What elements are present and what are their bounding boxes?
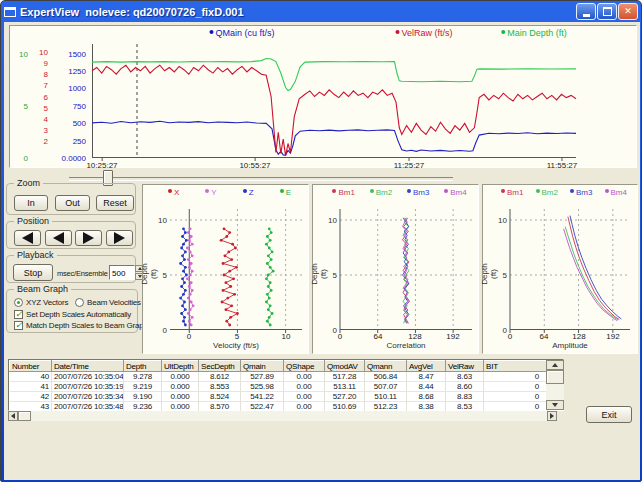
rate-spinbox[interactable]: 500 <box>109 265 135 280</box>
series-VelRaw <box>92 65 576 156</box>
legend-item-Y: Y <box>205 188 216 197</box>
legend-item-QMain: QMain (cu ft/s) <box>209 28 274 38</box>
ensemble-table: NumberDate/TimeDepthUltDepthSecDepthQmai… <box>9 360 548 412</box>
table-cell: 527.89 <box>241 372 284 382</box>
playback-group-label: Playback <box>14 250 57 261</box>
table-cell: 40 <box>10 372 52 382</box>
series-Bm3 <box>570 216 621 319</box>
y-axis-title: Depth (ft) <box>310 259 328 289</box>
checkbox-match-depth-scales[interactable]: Match Depth Scales to Beam Graph <box>14 321 148 330</box>
scroll-up-button[interactable] <box>546 360 564 370</box>
y-axis-tick-label: 10 <box>151 216 167 225</box>
restore-button[interactable] <box>597 3 617 20</box>
restore-icon <box>603 7 612 16</box>
table-cell: 0.00 <box>284 392 325 402</box>
x-axis-tick-label: 192 <box>595 332 631 341</box>
series-MainDepth <box>92 59 576 91</box>
minimize-button[interactable] <box>576 3 596 20</box>
beam-graph-group: Beam Graph XYZ Vectors Beam Velocities S… <box>6 289 138 333</box>
scroll-right-button[interactable] <box>547 411 557 421</box>
legend-item-Main: Main Depth (ft) <box>501 28 567 38</box>
y-axis-tick-label: 4 <box>32 115 48 124</box>
radio-xyz-vectors[interactable]: XYZ Vectors <box>14 298 68 307</box>
table-row[interactable]: 432007/07/26 10:35:489.2360.0008.570522.… <box>10 402 548 412</box>
main-chart-panel[interactable]: 10:25:2710:55:2711:25:2711:55:2710501098… <box>9 25 637 168</box>
legend-item-Z: Z <box>243 188 254 197</box>
y-axis-tick-label: 500 <box>52 119 86 128</box>
checkbox-icon <box>14 310 23 319</box>
main-plot[interactable] <box>92 44 576 158</box>
time-slider[interactable] <box>69 173 453 183</box>
zoom-out-button[interactable]: Out <box>55 195 90 211</box>
table-cell: 0.00 <box>284 382 325 392</box>
zoom-in-button[interactable]: In <box>14 195 48 211</box>
table-cell: 8.63 <box>446 372 484 382</box>
table-row[interactable]: 422007/07/26 10:35:349.1900.0008.524541.… <box>10 392 548 402</box>
table-cell: 507.07 <box>365 382 407 392</box>
table-cell: 510.11 <box>365 392 407 402</box>
correlation-chart-panel: 0641281921050CorrelationDepth (ft)Bm1Bm2… <box>312 184 479 354</box>
series-Bm2 <box>565 227 618 321</box>
vscroll-thumb[interactable] <box>546 370 564 384</box>
step-forward-button[interactable] <box>75 230 102 246</box>
table-vscrollbar[interactable] <box>546 360 564 410</box>
legend-bullet-icon <box>370 189 374 193</box>
hscroll-thumb[interactable] <box>18 411 31 421</box>
time-slider-track <box>69 177 453 181</box>
column-header: Qmain <box>241 361 284 372</box>
table-cell: 0 <box>484 392 548 402</box>
step-last-icon <box>114 232 125 244</box>
legend-label: Main Depth (ft) <box>507 28 567 38</box>
table-cell: 0 <box>484 402 548 412</box>
checkbox-set-depth-scales[interactable]: Set Depth Scales Automatically <box>14 310 131 319</box>
step-first-button[interactable] <box>14 230 41 246</box>
step-back-button[interactable] <box>45 230 72 246</box>
scroll-left-button[interactable] <box>8 411 18 421</box>
position-group-label: Position <box>14 216 52 227</box>
y-axis-tick-label: 10 <box>12 50 28 59</box>
legend-bullet-icon <box>243 189 247 193</box>
legend-bullet-icon <box>570 189 574 193</box>
table-row[interactable]: 412007/07/26 10:35:199.2190.0008.553525.… <box>10 382 548 392</box>
legend-bullet-icon <box>444 189 448 193</box>
close-button[interactable]: ✕ <box>618 3 638 20</box>
column-header: Date/Time <box>52 361 124 372</box>
series-QMain <box>92 121 576 155</box>
step-last-button[interactable] <box>106 230 133 246</box>
exit-button[interactable]: Exit <box>586 406 632 423</box>
table-cell: 8.60 <box>446 382 484 392</box>
ensemble-table-wrapper: NumberDate/TimeDepthUltDepthSecDepthQmai… <box>8 359 564 411</box>
legend-item-Bm4: Bm4 <box>605 188 627 197</box>
step-forward-icon <box>83 232 94 244</box>
table-header-row: NumberDate/TimeDepthUltDepthSecDepthQmai… <box>10 361 548 372</box>
table-cell: 0.000 <box>162 402 199 412</box>
x-axis-title: Velocity (ft/s) <box>170 341 302 350</box>
zoom-reset-button[interactable]: Reset <box>96 195 134 211</box>
scroll-up-icon <box>552 363 558 367</box>
table-cell: 527.20 <box>325 392 365 402</box>
column-header: AvgVel <box>407 361 446 372</box>
titlebar[interactable]: ExpertView nolevee: qd20070726_fixD.001 … <box>1 1 641 22</box>
table-cell: 8.38 <box>407 402 446 412</box>
table-hscrollbar[interactable] <box>8 411 557 421</box>
window-title: ExpertView nolevee: qd20070726_fixD.001 <box>20 6 575 18</box>
zoom-group-label: Zoom <box>14 178 43 189</box>
y-axis-tick-label: 0.0000 <box>52 154 86 163</box>
legend-bullet-icon <box>536 189 540 193</box>
table-cell: 517.28 <box>325 372 365 382</box>
legend-bullet-icon <box>205 189 209 193</box>
legend-item-Bm3: Bm3 <box>570 188 592 197</box>
table-cell: 0.000 <box>162 382 199 392</box>
y-axis-tick-label: 7 <box>32 81 48 90</box>
radio-beam-velocities[interactable]: Beam Velocities <box>75 298 141 307</box>
x-axis-tick-label: 64 <box>526 332 562 341</box>
column-header: Qmann <box>365 361 407 372</box>
table-row[interactable]: 402007/07/26 10:35:049.2780.0008.612527.… <box>10 372 548 382</box>
stop-button[interactable]: Stop <box>13 264 53 281</box>
y-axis-tick-label: 10 <box>491 216 507 225</box>
y-axis-title: Depth (ft) <box>140 259 158 289</box>
scroll-down-button[interactable] <box>546 400 564 410</box>
table-cell: 512.23 <box>365 402 407 412</box>
column-header: UltDepth <box>162 361 199 372</box>
legend-bullet-icon <box>209 30 213 34</box>
